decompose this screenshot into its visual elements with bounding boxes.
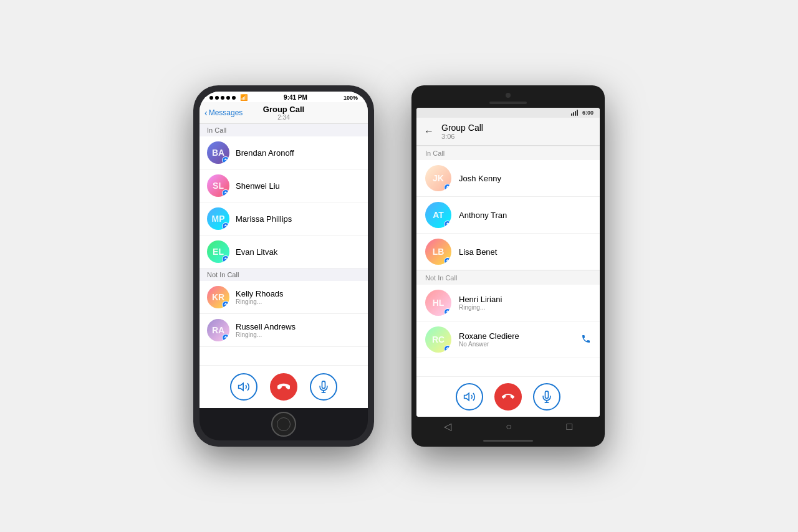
iphone-home-button[interactable]: [271, 412, 296, 437]
svg-marker-3: [464, 393, 469, 401]
android-contact-list: In Call JK Josh Kenny AT Anthony Tran: [416, 146, 600, 376]
contact-name: Brendan Aronoff: [236, 148, 294, 158]
android-subtitle: 3:06: [441, 133, 592, 140]
android-not-in-call-header: Not In Call: [416, 270, 600, 285]
contact-status: Ringing...: [236, 298, 284, 305]
contact-name: Josh Kenny: [459, 174, 591, 183]
messenger-badge-icon: [222, 189, 229, 197]
iphone-screen: 📶 9:41 PM 100% ‹ Messages Group Call 2:3…: [200, 92, 368, 408]
contact-status: Ringing...: [236, 331, 296, 338]
iphone-signal-dots: 📶: [209, 94, 248, 101]
messenger-badge-icon: [444, 345, 451, 353]
avatar: MP: [207, 207, 229, 230]
android-home-nav[interactable]: ○: [506, 421, 512, 432]
avatar: KR: [207, 286, 229, 308]
contact-name: Marissa Phillips: [236, 214, 292, 224]
contact-name: Anthony Tran: [459, 211, 591, 220]
android-speaker-button[interactable]: [456, 383, 483, 411]
contact-status: No Answer: [459, 341, 581, 348]
messenger-badge-icon: [444, 308, 451, 316]
android-call-controls: [416, 376, 600, 417]
svg-marker-0: [239, 383, 244, 391]
iphone-contact-item: SL Shenwei Liu: [200, 169, 368, 202]
android-recent-nav[interactable]: □: [567, 421, 573, 432]
android-back-nav[interactable]: ◁: [444, 420, 451, 432]
iphone-contact-item: MP Marissa Phillips: [200, 202, 368, 235]
end-call-button[interactable]: [270, 373, 297, 401]
avatar: SL: [207, 174, 229, 197]
messenger-badge-icon: [444, 257, 451, 265]
android-camera: [506, 93, 511, 98]
android-contact-item: RC Roxane Clediere No Answer: [416, 321, 600, 358]
messenger-badge-icon: [444, 221, 451, 228]
messenger-badge-icon: [444, 184, 451, 191]
android-toolbar-text: Group Call 3:06: [441, 123, 592, 140]
iphone-call-controls: [200, 365, 368, 408]
android-signal-icon: [571, 110, 578, 116]
iphone-time: 9:41 PM: [284, 94, 307, 101]
iphone-contact-list: In Call BA Brendan Aronoff SL Shenwei Li…: [200, 124, 368, 365]
messenger-badge-icon: [222, 301, 229, 308]
android-time: 6:00: [582, 110, 594, 116]
contact-name: Shenwei Liu: [236, 181, 280, 191]
iphone-not-in-call-header: Not In Call: [200, 268, 368, 281]
iphone-contact-item: BA Brendan Aronoff: [200, 136, 368, 169]
microphone-button[interactable]: [310, 373, 337, 401]
contact-name: Henri Liriani: [459, 295, 591, 304]
avatar: RA: [207, 319, 229, 341]
contact-name: Roxane Clediere: [459, 331, 581, 341]
android-speaker: [489, 102, 527, 104]
avatar: LB: [425, 239, 451, 265]
android-navbar: ◁ ○ □: [416, 417, 600, 437]
avatar: AT: [425, 202, 451, 228]
contact-status: Ringing...: [459, 304, 591, 311]
android-status-bar: 6:00: [416, 108, 600, 118]
iphone-back-button[interactable]: ‹ Messages: [204, 108, 243, 118]
iphone-contact-item: RA Russell Andrews Ringing...: [200, 314, 368, 347]
android-title: Group Call: [441, 123, 592, 133]
avatar: RC: [425, 326, 451, 353]
iphone-status-bar: 📶 9:41 PM 100%: [200, 92, 368, 102]
android-screen: 6:00 ← Group Call 3:06 In Call JK Josh K…: [416, 108, 600, 417]
iphone-device: 📶 9:41 PM 100% ‹ Messages Group Call 2:3…: [193, 85, 374, 447]
call-back-icon[interactable]: [581, 334, 591, 346]
android-end-call-button[interactable]: [494, 383, 522, 411]
messenger-badge-icon: [222, 255, 229, 263]
android-device: 6:00 ← Group Call 3:06 In Call JK Josh K…: [411, 85, 605, 447]
speaker-button[interactable]: [230, 373, 257, 401]
contact-name: Russell Andrews: [236, 322, 296, 331]
avatar: JK: [425, 165, 451, 191]
messenger-badge-icon: [222, 222, 229, 230]
avatar: HL: [425, 290, 451, 316]
iphone-in-call-header: In Call: [200, 124, 368, 136]
contact-name: Evan Litvak: [236, 247, 277, 257]
avatar: EL: [207, 240, 229, 263]
contact-name: Lisa Benet: [459, 247, 591, 257]
android-contact-item: JK Josh Kenny: [416, 160, 600, 197]
iphone-contact-item: KR Kelly Rhoads Ringing...: [200, 281, 368, 314]
android-contact-item: AT Anthony Tran: [416, 197, 600, 234]
iphone-navbar: ‹ Messages Group Call 2:34: [200, 102, 368, 124]
android-in-call-header: In Call: [416, 146, 600, 160]
android-microphone-button[interactable]: [533, 383, 560, 411]
messenger-badge-icon: [222, 156, 229, 164]
messenger-badge-icon: [222, 334, 229, 341]
android-contact-item: LB Lisa Benet: [416, 234, 600, 270]
android-bottom-bar: [483, 440, 533, 442]
iphone-battery: 100%: [344, 95, 358, 101]
android-contact-item: HL Henri Liriani Ringing...: [416, 285, 600, 321]
contact-name: Kelly Rhoads: [236, 289, 284, 298]
android-back-button[interactable]: ←: [424, 126, 434, 137]
iphone-contact-item: EL Evan Litvak: [200, 235, 368, 268]
avatar: BA: [207, 141, 229, 164]
android-toolbar: ← Group Call 3:06: [416, 118, 600, 146]
